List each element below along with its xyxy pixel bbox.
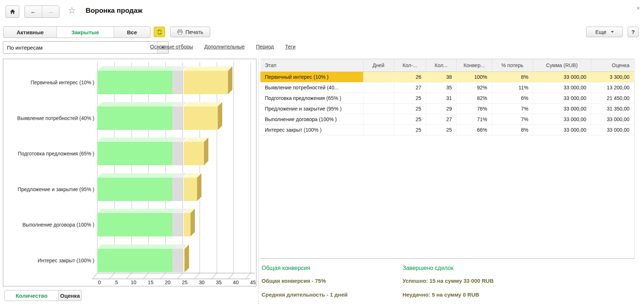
funnel-bar[interactable]	[97, 173, 258, 201]
table-cell[interactable]	[363, 104, 394, 114]
panel-splitter[interactable]	[258, 59, 259, 304]
table-cell[interactable]: 11%	[492, 82, 533, 93]
favorite-star-icon[interactable]: ☆	[68, 6, 76, 15]
table-cell[interactable]	[363, 114, 394, 125]
table-cell[interactable]: 31	[426, 93, 456, 104]
x-axis-back-line	[97, 273, 255, 273]
table-cell[interactable]: 66%	[456, 125, 492, 135]
funnel-bar[interactable]	[97, 209, 258, 236]
bar-side-face	[228, 66, 232, 94]
funnel-bar[interactable]	[97, 244, 258, 272]
table-cell[interactable]: 8%	[492, 125, 533, 135]
table-row[interactable]: Выявление потребностей (40...273592%11%3…	[260, 82, 634, 93]
table-cell[interactable]: Выявление потребностей (40...	[260, 82, 363, 93]
forward-button[interactable]: →	[42, 6, 59, 18]
more-button[interactable]: Еще	[586, 27, 623, 37]
table-cell[interactable]	[363, 72, 394, 82]
tab-all-deals[interactable]: Все	[114, 27, 150, 38]
table-cell[interactable]	[363, 125, 394, 135]
link-additional-filters[interactable]: Дополнительные	[204, 44, 245, 50]
tab-closed-deals[interactable]: Закрытые	[57, 27, 114, 38]
table-cell[interactable]: Выполнение договора (100% )	[260, 114, 363, 125]
back-button[interactable]: ←	[25, 6, 42, 18]
table-cell[interactable]	[363, 82, 394, 93]
column-header[interactable]: Дней	[363, 59, 394, 72]
close-icon[interactable]: ×	[636, 5, 640, 12]
table-cell[interactable]: Интерес закрыт (100% )	[260, 125, 363, 135]
table-cell[interactable]: 33 000,00	[533, 82, 591, 93]
link-tags[interactable]: Теги	[285, 44, 295, 50]
view-selector-combobox[interactable]: По интересам	[3, 41, 169, 54]
table-cell[interactable]: 27	[394, 82, 426, 93]
x-axis-tick-label: 5	[109, 279, 124, 285]
funnel-bar[interactable]	[97, 102, 258, 130]
table-cell[interactable]: 92%	[456, 82, 492, 93]
more-label: Еще	[595, 29, 606, 35]
table-cell[interactable]: 25	[394, 125, 426, 135]
tab-estimate[interactable]: Оценка	[59, 290, 81, 301]
table-cell[interactable]: 31 350,00	[591, 104, 634, 114]
column-header[interactable]: % потерь	[492, 59, 533, 72]
column-header[interactable]: Сумма (RUB)	[533, 59, 591, 72]
table-row[interactable]: Подготовка предложения (65% )253182%6%33…	[260, 93, 634, 104]
help-button[interactable]: ?	[628, 27, 639, 37]
view-selector-value: По интересам	[3, 45, 157, 51]
table-cell[interactable]: Предложение и закрытие (95% )	[260, 104, 363, 114]
table-cell[interactable]: 7%	[492, 104, 533, 114]
bar-side-face	[197, 173, 201, 201]
table-cell[interactable]: 25	[394, 104, 426, 114]
funnel-bar[interactable]	[97, 138, 258, 165]
table-header-row: ЭтапДнейКол-...Кол...Конвер...% потерьСу…	[260, 59, 634, 72]
link-main-filters[interactable]: Основные отборы	[150, 44, 193, 50]
back-arrow-icon: ←	[30, 8, 36, 15]
table-cell[interactable]: Подготовка предложения (65% )	[260, 93, 363, 104]
table-row[interactable]: Интерес закрыт (100% )252566%8%33 000,00…	[260, 125, 634, 135]
column-header[interactable]: Этап	[260, 59, 363, 72]
column-header[interactable]: Кол...	[426, 59, 456, 72]
table-row[interactable]: Первичный интерес (10% )2638100%8%33 000…	[260, 72, 634, 82]
tab-quantity[interactable]: Количество	[5, 290, 59, 301]
table-cell[interactable]: 33 000,00	[533, 72, 591, 82]
table-row[interactable]: Предложение и закрытие (95% )252976%7%33…	[260, 104, 634, 114]
table-cell[interactable]: 26	[394, 72, 426, 82]
table-cell[interactable]: 76%	[456, 104, 492, 114]
link-period[interactable]: Период	[256, 44, 274, 50]
table-cell[interactable]: 33 000,00	[533, 125, 591, 135]
table-cell[interactable]: 100%	[456, 72, 492, 82]
table-cell[interactable]: 33 000,00	[533, 114, 591, 125]
table-cell[interactable]: 82%	[456, 93, 492, 104]
table-cell[interactable]: 25	[394, 114, 426, 125]
table-row[interactable]: Выполнение договора (100% )252771%7%33 0…	[260, 114, 634, 125]
table-cell[interactable]: 8%	[492, 72, 533, 82]
bar-top-green	[97, 244, 177, 249]
table-cell[interactable]: 13 200,00	[591, 82, 634, 93]
home-button[interactable]	[5, 5, 19, 18]
table-cell[interactable]: 25	[394, 93, 426, 104]
x-axis-tick	[126, 273, 132, 279]
table-cell[interactable]: 7%	[492, 114, 533, 125]
table-cell[interactable]: 21 450,00	[591, 93, 634, 104]
column-header[interactable]: Оценка	[591, 59, 634, 72]
table-cell[interactable]: Первичный интерес (10% )	[260, 72, 363, 82]
column-header[interactable]: Конвер...	[456, 59, 492, 72]
table-cell[interactable]: 35	[426, 82, 456, 93]
refresh-icon	[157, 29, 162, 35]
table-cell[interactable]: 33 000,00	[591, 125, 634, 135]
table-cell[interactable]: 33 000,00	[533, 93, 591, 104]
table-cell[interactable]	[363, 93, 394, 104]
table-cell[interactable]: 25	[426, 125, 456, 135]
table-cell[interactable]: 3 300,00	[591, 72, 634, 82]
table-cell[interactable]: 33 000,00	[533, 104, 591, 114]
table-cell[interactable]: 33 000,00	[591, 114, 634, 125]
refresh-button[interactable]	[154, 27, 165, 37]
table-cell[interactable]: 29	[426, 104, 456, 114]
column-header[interactable]: Кол-...	[394, 59, 426, 72]
table-cell[interactable]: 27	[426, 114, 456, 125]
table-cell[interactable]: 71%	[456, 114, 492, 125]
table-cell[interactable]: 38	[426, 72, 456, 82]
tab-active-deals[interactable]: Активные	[4, 27, 57, 38]
help-label: ?	[631, 29, 635, 35]
funnel-bar[interactable]	[97, 66, 258, 94]
table-cell[interactable]: 6%	[492, 93, 533, 104]
print-button[interactable]: Печать	[170, 27, 210, 37]
